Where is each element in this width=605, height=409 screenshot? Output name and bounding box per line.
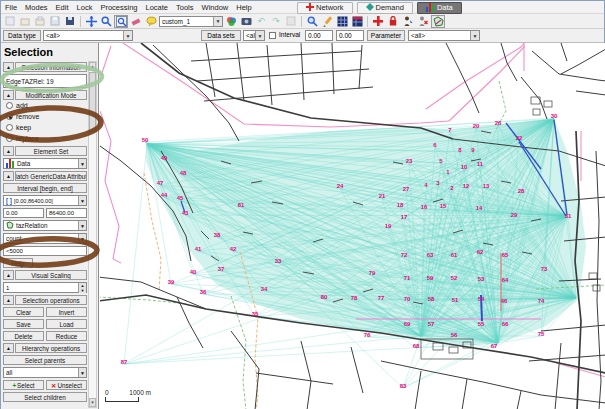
scroll-down-icon[interactable]: ▼ <box>89 398 96 407</box>
chevron-down-icon[interactable]: ▼ <box>78 368 86 377</box>
interval-checkbox[interactable] <box>269 32 276 39</box>
save-all-button[interactable] <box>63 15 77 28</box>
collapse-button[interactable]: ▲ <box>3 343 14 353</box>
snapshot-icon[interactable] <box>239 15 253 28</box>
unselect-button[interactable]: ✕Unselect <box>46 380 87 390</box>
mode-add-icon[interactable] <box>371 15 385 28</box>
save-network-button[interactable] <box>48 15 62 28</box>
element-set-combobox[interactable]: Data ▼ <box>3 158 87 169</box>
interval-button-label: Interval [begin, end] <box>17 185 72 192</box>
menu-tools[interactable]: Tools <box>172 2 198 13</box>
chevron-down-icon[interactable]: ▼ <box>78 196 86 205</box>
colorwheel-icon[interactable] <box>224 15 238 28</box>
network-icon <box>306 3 314 13</box>
zoom-extent-icon[interactable] <box>114 15 128 28</box>
chevron-down-icon[interactable]: ▼ <box>123 31 132 40</box>
save-button[interactable]: Save <box>3 319 44 329</box>
collapse-button[interactable]: ▲ <box>3 90 14 100</box>
supermode-data-label: Data <box>437 3 453 12</box>
locate-icon[interactable] <box>305 15 319 28</box>
radio-replace[interactable]: replace <box>3 133 87 144</box>
chevron-down-icon[interactable]: ▼ <box>213 17 222 26</box>
comment-icon[interactable] <box>144 15 158 28</box>
scroll-up-icon[interactable]: ▲ <box>89 62 96 71</box>
menu-lock[interactable]: Lock <box>73 2 97 13</box>
edgedata-table-icon[interactable] <box>335 15 349 28</box>
collapse-button[interactable]: ▲ <box>3 62 14 72</box>
menu-processing[interactable]: Processing <box>96 2 141 13</box>
mode-person-arrow-icon[interactable] <box>401 15 415 28</box>
collapse-button[interactable]: ▲ <box>3 171 14 181</box>
match-string-field[interactable]: <5000 <box>3 246 87 256</box>
scrollbar-thumb[interactable] <box>89 72 96 132</box>
mode-tazreldata-icon[interactable] <box>431 15 445 28</box>
map-canvas[interactable]: 5049484744454381247202630226892351011134… <box>100 43 605 409</box>
visual-scaling-spinner[interactable]: 1 ▲▼ <box>3 282 87 293</box>
invert-button[interactable]: Invert <box>46 307 87 317</box>
edit-icon[interactable] <box>320 15 334 28</box>
compute-button[interactable] <box>284 15 298 28</box>
collapse-button[interactable]: ▲ <box>3 295 14 305</box>
radio-add[interactable]: add <box>3 100 87 111</box>
menu-window[interactable]: Window <box>198 2 233 13</box>
menu-file[interactable]: File <box>1 2 21 13</box>
open-network-button[interactable] <box>18 15 32 28</box>
chevron-down-icon[interactable]: ▼ <box>78 159 86 168</box>
move-view-icon[interactable] <box>84 15 98 28</box>
eraser-icon[interactable] <box>129 15 143 28</box>
supermode-network-button[interactable]: Network <box>297 2 353 14</box>
zoom-icon[interactable] <box>99 15 113 28</box>
redo-icon[interactable]: ↷ <box>269 15 283 28</box>
select-parents-button[interactable]: Select parents <box>3 355 87 365</box>
interval-end-field[interactable]: 0.00 <box>336 30 364 41</box>
mode-lock-icon[interactable] <box>386 15 400 28</box>
data-type-button[interactable]: Data type <box>3 30 41 41</box>
supermode-data-button[interactable]: Data <box>417 2 462 14</box>
collapse-button[interactable]: ▲ <box>3 270 14 280</box>
menu-modes[interactable]: Modes <box>21 2 52 13</box>
open-additionals-button[interactable] <box>33 15 47 28</box>
help-button[interactable]: Help <box>3 258 33 268</box>
parameter-button[interactable]: Parameter <box>367 30 405 41</box>
chevron-down-icon[interactable]: ▼ <box>78 234 86 243</box>
select-button[interactable]: +Select <box>3 380 44 390</box>
menu-locate[interactable]: Locate <box>142 2 173 13</box>
mode-person-unselect-icon[interactable] <box>416 15 430 28</box>
data-sets-combobox[interactable]: <all>▼ <box>243 30 265 41</box>
chevron-down-icon[interactable]: ▼ <box>255 31 264 40</box>
toolbar-separator <box>301 16 302 27</box>
element-type-combobox[interactable]: tazRelation ▼ <box>3 220 87 231</box>
select-children-button[interactable]: Select children <box>3 392 87 402</box>
viewport-combobox[interactable]: custom_1 ▼ <box>159 16 223 27</box>
zone-label: 79 <box>369 270 376 276</box>
data-type-combobox[interactable]: <all>▼ <box>43 30 133 41</box>
undo-icon[interactable]: ↶ <box>254 15 268 28</box>
spinner-arrows[interactable]: ▲▼ <box>78 283 86 292</box>
begin-field[interactable]: 0.00 <box>3 208 44 218</box>
interval-begin-end-button[interactable]: Interval [begin, end] <box>3 183 87 193</box>
hierarchy-scope-combobox[interactable]: all ▼ <box>3 367 87 378</box>
attribute-combobox[interactable]: count ▼ <box>3 233 87 244</box>
reduce-button[interactable]: Reduce <box>46 331 87 341</box>
interval-combobox[interactable]: [ ] [0.00,86400.00] ▼ <box>3 195 87 206</box>
clear-button[interactable]: Clear <box>3 307 44 317</box>
data-sets-button[interactable]: Data sets <box>201 30 241 41</box>
collapse-button[interactable]: ▲ <box>3 146 14 156</box>
spin-down-icon[interactable]: ▼ <box>78 288 86 293</box>
radio-remove[interactable]: remove <box>3 111 87 122</box>
load-button[interactable]: Load <box>46 319 87 329</box>
radio-keep[interactable]: keep <box>3 122 87 133</box>
datasets-table-icon[interactable] <box>350 15 364 28</box>
interval-begin-field[interactable]: 0.00 <box>305 30 333 41</box>
parameter-combobox[interactable]: <all>▼ <box>408 30 480 41</box>
new-network-button[interactable] <box>3 15 17 28</box>
chevron-down-icon[interactable]: ▼ <box>470 31 479 40</box>
panel-scrollbar[interactable]: ▲ ▼ <box>88 61 97 408</box>
chevron-down-icon[interactable]: ▼ <box>78 221 86 230</box>
delete-button[interactable]: Delete <box>3 331 44 341</box>
end-field[interactable]: 86400.00 <box>46 208 87 218</box>
menu-help[interactable]: Help <box>232 2 255 13</box>
supermode-demand-button[interactable]: Demand <box>357 2 413 14</box>
menu-edit[interactable]: Edit <box>52 2 73 13</box>
radio-replace-label: replace <box>16 135 39 142</box>
